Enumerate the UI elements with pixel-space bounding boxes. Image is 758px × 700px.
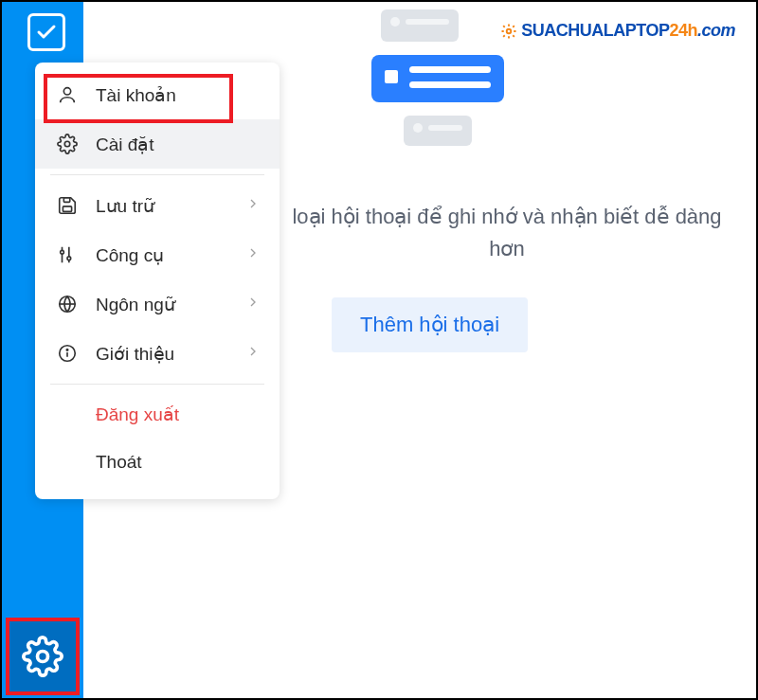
menu-label: Giới thiệu — [96, 343, 174, 365]
chevron-right-icon — [245, 244, 261, 265]
svg-point-1 — [63, 88, 70, 95]
menu-item-language[interactable]: Ngôn ngữ — [35, 279, 280, 329]
chevron-right-icon — [245, 343, 261, 364]
menu-label: Thoát — [96, 452, 142, 473]
save-icon — [56, 194, 79, 217]
bubble-blue-icon — [371, 55, 504, 102]
svg-rect-4 — [63, 198, 69, 203]
menu-label: Cài đặt — [96, 134, 154, 155]
menu-item-settings[interactable]: Cài đặt — [35, 119, 280, 169]
svg-point-8 — [67, 257, 71, 260]
menu-item-about[interactable]: Giới thiệu — [35, 329, 280, 378]
svg-point-7 — [61, 250, 64, 254]
add-conversation-button[interactable]: Thêm hội thoại — [332, 297, 528, 352]
bubble-gray-icon — [404, 116, 472, 146]
gear-icon — [56, 133, 79, 155]
svg-rect-3 — [63, 206, 71, 212]
info-icon — [56, 342, 79, 365]
settings-button[interactable] — [6, 618, 80, 695]
svg-point-14 — [507, 28, 512, 33]
menu-label: Công cụ — [96, 244, 164, 266]
svg-point-0 — [38, 652, 48, 662]
checkmark-icon[interactable] — [27, 13, 65, 51]
svg-point-13 — [66, 350, 67, 350]
menu-item-tools[interactable]: Công cụ — [35, 230, 280, 279]
watermark-text-2: 24h — [669, 21, 697, 40]
menu-divider — [50, 174, 264, 175]
menu-label: Tài khoản — [96, 84, 176, 106]
menu-label: Đăng xuất — [96, 404, 179, 425]
settings-popup-menu: Tài khoản Cài đặt Lưu trữ Công cụ Ngôn n… — [35, 63, 280, 499]
menu-label: Ngôn ngữ — [96, 294, 175, 315]
bubble-gray-icon — [381, 9, 459, 42]
menu-label: Lưu trữ — [96, 195, 154, 217]
chevron-right-icon — [245, 294, 261, 314]
empty-state-hint: loại hội thoại để ghi nhớ và nhận biết d… — [284, 201, 730, 265]
menu-item-logout[interactable]: Đăng xuất — [35, 390, 280, 439]
sliders-icon — [56, 243, 79, 266]
svg-point-2 — [64, 141, 70, 147]
watermark-text-3: .com — [697, 21, 735, 40]
gear-icon — [500, 23, 517, 40]
menu-item-storage[interactable]: Lưu trữ — [35, 181, 280, 230]
watermark-text-1: SUACHUALAPTOP — [521, 21, 669, 40]
menu-item-account[interactable]: Tài khoản — [35, 70, 280, 119]
user-icon — [56, 83, 79, 106]
chevron-right-icon — [245, 195, 261, 216]
menu-item-exit[interactable]: Thoát — [35, 439, 280, 486]
menu-divider — [50, 384, 264, 385]
globe-icon — [56, 293, 79, 315]
watermark-logo: SUACHUALAPTOP24h.com — [500, 21, 735, 41]
